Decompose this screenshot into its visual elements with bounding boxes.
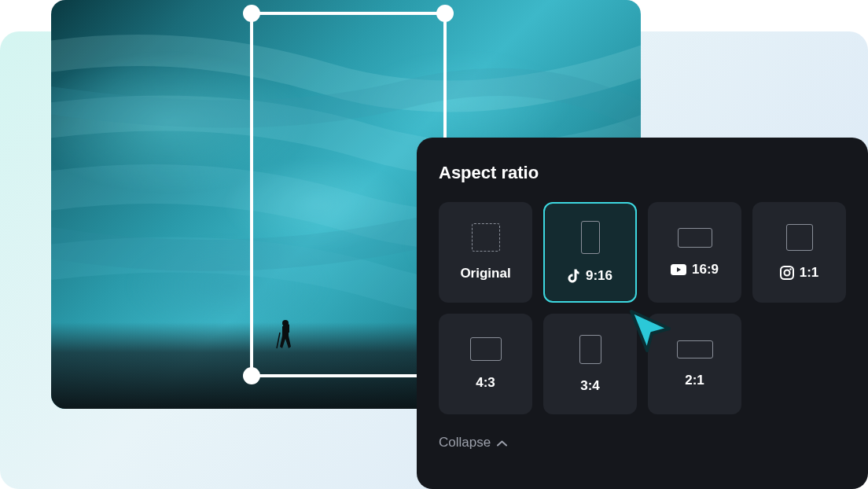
chevron-up-icon (497, 435, 507, 450)
ratio-label-text: 16:9 (692, 262, 719, 278)
svg-point-5 (789, 268, 791, 270)
ratio-shape-icon (786, 224, 813, 251)
instagram-icon (780, 266, 794, 280)
ratio-option-9-16[interactable]: 9:16 (543, 202, 637, 303)
ratio-shape-icon (677, 340, 713, 358)
collapse-button[interactable]: Collapse (439, 435, 846, 450)
ratio-shape-icon (470, 337, 502, 361)
ratio-shape-icon (472, 223, 500, 252)
ratio-label-text: 2:1 (685, 373, 704, 388)
ratio-option-16-9[interactable]: 16:9 (648, 202, 741, 303)
ratio-shape-icon (678, 228, 712, 248)
ratio-label-text: 9:16 (586, 268, 612, 284)
ratio-option-original[interactable]: Original (439, 202, 532, 303)
svg-point-4 (784, 270, 789, 276)
ratio-label-text: 4:3 (476, 375, 495, 391)
crop-handle-top-right[interactable] (436, 5, 454, 22)
ratio-option-1-1[interactable]: 1:1 (752, 202, 846, 303)
ratio-label-text: Original (460, 266, 510, 281)
crop-handle-bottom-left[interactable] (243, 367, 260, 384)
ratio-shape-icon (579, 335, 601, 364)
ratio-label-text: 3:4 (580, 378, 600, 394)
ratio-label-text: 1:1 (800, 265, 819, 281)
collapse-label: Collapse (439, 435, 491, 450)
tiktok-icon (568, 269, 580, 283)
ratio-shape-icon (581, 221, 600, 254)
panel-title: Aspect ratio (439, 163, 846, 183)
ratio-option-4-3[interactable]: 4:3 (439, 314, 532, 414)
ratio-option-3-4[interactable]: 3:4 (543, 314, 637, 414)
youtube-icon (671, 264, 686, 275)
cursor-icon (625, 305, 677, 357)
svg-rect-3 (781, 267, 793, 279)
crop-handle-top-left[interactable] (243, 5, 260, 22)
